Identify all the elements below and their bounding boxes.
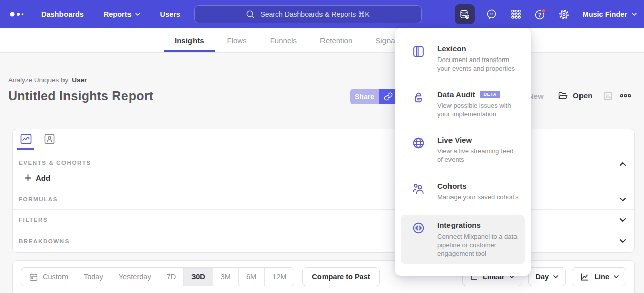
report-tabbar: Insights Flows Funnels Retention Signal … xyxy=(0,28,644,53)
chevron-up-icon[interactable] xyxy=(620,162,626,166)
calendar-icon xyxy=(29,272,38,282)
nav-dashboards-label: Dashboards xyxy=(41,10,84,18)
chart-type-select[interactable]: Line xyxy=(572,267,626,286)
nav-users-label: Users xyxy=(160,10,180,18)
user-icon xyxy=(44,134,55,144)
builder-tabs xyxy=(13,129,634,150)
lock-icon xyxy=(412,90,427,119)
menu-item-description: Document and transform your events and p… xyxy=(437,55,520,73)
granularity-label: Day xyxy=(536,273,549,281)
help-icon[interactable]: ? xyxy=(533,7,547,21)
time-controls-card: Custom Today Yesterday 7D 30D 3M 6M 12M … xyxy=(12,260,635,293)
menu-item-description: Manage your saved cohorts xyxy=(437,193,518,201)
range-12m[interactable]: 12M xyxy=(265,268,294,286)
mixpanel-logo xyxy=(8,8,26,20)
nav-reports-label: Reports xyxy=(104,10,132,18)
data-management-icon[interactable] xyxy=(455,4,475,24)
menu-item-description: View a live streaming feed of events xyxy=(437,147,520,164)
menu-item-description: Connect Mixpanel to a data pipeline or c… xyxy=(437,232,520,258)
range-today[interactable]: Today xyxy=(76,268,111,286)
section-breakdowns[interactable]: BREAKDOWNS xyxy=(13,230,634,251)
metrics-chart-tab[interactable] xyxy=(17,129,34,150)
open-label: Open xyxy=(573,91,592,100)
tab-funnels[interactable]: Funnels xyxy=(270,28,297,52)
section-label: FILTERS xyxy=(19,217,48,223)
analyze-entity[interactable]: User xyxy=(72,76,87,84)
sync-icon xyxy=(412,221,427,258)
search-icon xyxy=(246,10,255,19)
line-chart-icon xyxy=(579,272,590,282)
globe-icon xyxy=(412,136,427,164)
granularity-select[interactable]: Day xyxy=(528,267,566,286)
line-chart-icon xyxy=(20,134,32,144)
workspace-selector[interactable]: Music Finder xyxy=(583,10,637,18)
report-header: Analyze Uniques byUser Untitled Insights… xyxy=(0,53,644,129)
range-yesterday[interactable]: Yesterday xyxy=(111,268,159,286)
section-events-cohorts[interactable]: EVENTS & COHORTS xyxy=(13,150,634,167)
tab-flows[interactable]: Flows xyxy=(227,28,247,52)
more-options-icon[interactable] xyxy=(620,93,631,98)
data-management-dropdown: Lexicon Document and transform your even… xyxy=(395,28,531,276)
range-30d[interactable]: 30D xyxy=(184,268,213,286)
date-range-segmented: Custom Today Yesterday 7D 30D 3M 6M 12M xyxy=(21,267,294,286)
section-filters[interactable]: FILTERS xyxy=(13,210,634,230)
link-icon xyxy=(384,92,393,101)
compare-to-past-button[interactable]: Compare to Past xyxy=(302,267,379,286)
range-custom[interactable]: Custom xyxy=(21,268,76,286)
open-report-button[interactable]: Open xyxy=(557,90,592,101)
analyze-line: Analyze Uniques byUser xyxy=(8,76,87,84)
menu-item-title: Lexicon xyxy=(437,44,466,53)
svg-text:?: ? xyxy=(538,12,542,18)
chevron-down-icon xyxy=(553,275,558,278)
menu-item-live-view[interactable]: Live View View a live streaming feed of … xyxy=(401,130,525,170)
analyze-prefix: Analyze Uniques by xyxy=(8,76,68,84)
feedback-bubble-icon[interactable] xyxy=(485,7,499,21)
section-label: FORMULAS xyxy=(19,196,58,202)
chart-type-label: Line xyxy=(594,273,609,281)
menu-item-title: Cohorts xyxy=(437,182,467,190)
range-3m[interactable]: 3M xyxy=(213,268,239,286)
menu-item-cohorts[interactable]: Cohorts Manage your saved cohorts xyxy=(401,175,525,210)
tab-signal[interactable]: Signal xyxy=(375,28,397,52)
book-icon xyxy=(412,44,427,73)
apps-grid-icon[interactable] xyxy=(509,7,523,21)
add-label: Add xyxy=(36,173,50,182)
nav-reports[interactable]: Reports xyxy=(104,10,140,18)
menu-item-title: Live View xyxy=(437,136,472,144)
section-formulas[interactable]: FORMULAS xyxy=(13,189,634,210)
add-to-board-icon[interactable] xyxy=(603,91,613,101)
share-button[interactable]: Share xyxy=(350,89,379,104)
settings-gear-icon[interactable] xyxy=(557,7,571,21)
menu-item-description: View possible issues with your implement… xyxy=(437,101,520,119)
chevron-down-icon xyxy=(614,275,619,278)
add-row: Add xyxy=(13,167,634,189)
people-icon xyxy=(412,182,427,204)
chevron-down-icon xyxy=(620,239,626,243)
menu-item-title: Integrations xyxy=(437,221,481,229)
tab-retention[interactable]: Retention xyxy=(320,28,352,52)
nav-users[interactable]: Users xyxy=(160,10,180,18)
add-event-button[interactable]: Add xyxy=(25,173,50,182)
menu-item-lexicon[interactable]: Lexicon Document and transform your even… xyxy=(401,38,525,79)
tab-insights[interactable]: Insights xyxy=(175,28,204,52)
range-7d[interactable]: 7D xyxy=(159,268,184,286)
profiles-tab[interactable] xyxy=(41,129,58,150)
range-6m[interactable]: 6M xyxy=(239,268,265,286)
menu-item-data-audit[interactable]: Data Audit BETA View possible issues wit… xyxy=(401,84,525,125)
menu-item-title: Data Audit xyxy=(437,90,475,99)
section-label: BREAKDOWNS xyxy=(19,238,70,244)
range-label: Custom xyxy=(43,273,68,281)
page-title[interactable]: Untitled Insights Report xyxy=(8,89,153,103)
chevron-down-icon xyxy=(135,13,140,16)
menu-item-integrations[interactable]: Integrations Connect Mixpanel to a data … xyxy=(401,215,525,264)
workspace-label: Music Finder xyxy=(583,10,627,18)
folder-open-icon xyxy=(557,90,568,101)
chevron-down-icon xyxy=(632,13,637,16)
search-input[interactable]: Search Dashboards & Reports ⌘K xyxy=(194,5,422,23)
chevron-down-icon xyxy=(620,198,626,201)
beta-badge: BETA xyxy=(480,91,500,98)
share-split-button: Share xyxy=(350,89,397,104)
search-placeholder: Search Dashboards & Reports ⌘K xyxy=(260,10,369,18)
top-nav: Dashboards Reports Users Search Dashboar… xyxy=(0,0,644,28)
nav-dashboards[interactable]: Dashboards xyxy=(41,10,84,18)
